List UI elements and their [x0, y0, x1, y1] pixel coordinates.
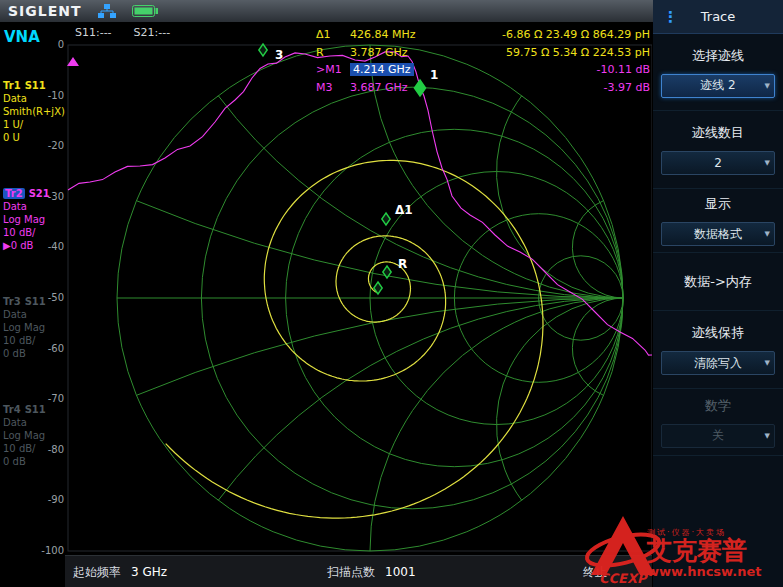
svg-text:-50: -50 — [48, 292, 64, 303]
svg-text:-60: -60 — [48, 343, 64, 354]
menu-dropdown-trace-hold[interactable]: 清除写入▼ — [661, 351, 775, 375]
marker-frequency: 3.687 GHz — [350, 81, 408, 94]
chevron-down-icon: ▼ — [765, 359, 770, 367]
marker-name: R — [316, 46, 348, 59]
menu-dots-icon[interactable]: ⋮ — [663, 8, 678, 26]
marker-readout-row: >M14.214 GHz-10.11 dB — [316, 61, 650, 79]
chevron-down-icon: ▼ — [765, 432, 770, 440]
sweep-points-label: 扫描点数 — [327, 565, 375, 579]
marker-frequency: 3.787 GHz — [350, 46, 408, 59]
marker-diamond[interactable] — [382, 213, 390, 225]
menu-dropdown-select-trace[interactable]: 迹线 2▼ — [661, 74, 775, 98]
chevron-down-icon: ▼ — [765, 230, 770, 238]
trace-id: Tr1 — [3, 80, 21, 91]
watermark-text: 测试·仪器·大卖场 艾克赛普 www.hncsw.net — [647, 527, 762, 585]
marker-frequency[interactable]: 4.214 GHz — [350, 63, 414, 76]
start-freq-value[interactable]: 3 GHz — [131, 565, 167, 579]
marker-readouts: Δ1426.84 MHz-6.86 Ω 23.49 Ω 864.29 pHR3.… — [316, 26, 650, 96]
start-frequency: 起始频率3 GHz — [73, 564, 167, 581]
marker-name: >M1 — [316, 63, 348, 76]
watermark: CCEXP 测试·仪器·大卖场 艾克赛普 www.hncsw.net — [583, 509, 781, 585]
marker-value: -3.97 dB — [604, 81, 651, 94]
menu-label-select-trace: 选择迹线 — [653, 47, 783, 65]
menu-label-display: 显示 — [653, 195, 783, 213]
svg-text:-80: -80 — [48, 444, 64, 455]
marker-label: 3 — [275, 48, 283, 62]
panel-menu: 选择迹线迹线 2▼迹线数目2▼显示数据格式▼数据->内存迹线保持清除写入▼数学关… — [653, 34, 783, 456]
channel-s21: S21:--- — [134, 26, 171, 39]
right-panel: ⋮ Trace 选择迹线迹线 2▼迹线数目2▼显示数据格式▼数据->内存迹线保持… — [653, 0, 783, 587]
dropdown-value: 迹线 2 — [700, 77, 735, 94]
trace-id: Tr4 — [3, 404, 21, 415]
marker-frequency: 426.84 MHz — [350, 28, 416, 41]
marker-readout-row: M33.687 GHz-3.97 dB — [316, 79, 650, 97]
marker-name: Δ1 — [316, 28, 348, 41]
vna-screen: SIGLENT VNA Tr1S11DataSmith(R+jX)1 U/0 U… — [0, 0, 783, 587]
dropdown-value: 关 — [712, 427, 724, 444]
dropdown-value: 数据格式 — [694, 226, 742, 243]
svg-text:-40: -40 — [48, 241, 64, 252]
marker-value: -10.11 dB — [597, 63, 651, 76]
marker-label: Δ1 — [395, 203, 413, 217]
plot-area: 0-10-20-30-40-50-60-70-80-90-10031Δ1R S1… — [40, 22, 652, 555]
menu-item-trace-count: 迹线数目2▼ — [653, 111, 783, 189]
panel-title: Trace — [701, 9, 736, 24]
y-axis-labels: 0-10-20-30-40-50-60-70-80-90-100 — [41, 39, 64, 555]
marker-diamond[interactable] — [374, 282, 382, 294]
menu-label-math: 数学 — [653, 397, 783, 415]
menu-item-trace-hold: 迹线保持清除写入▼ — [653, 311, 783, 389]
top-bar: SIGLENT — [0, 0, 653, 22]
trace-s11-smith — [166, 160, 543, 518]
trace-id: Tr3 — [3, 296, 21, 307]
menu-item-math: 数学关▼ — [653, 389, 783, 456]
menu-item-select-trace: 选择迹线迹线 2▼ — [653, 34, 783, 111]
menu-dropdown-math[interactable]: 关▼ — [661, 424, 775, 448]
menu-label-trace-count: 迹线数目 — [653, 124, 783, 142]
ccexp-logo-text: CCEXP — [599, 571, 648, 586]
svg-text:-10: -10 — [48, 90, 64, 101]
plot-svg: 0-10-20-30-40-50-60-70-80-90-10031Δ1R — [40, 22, 652, 555]
marker-value: -6.86 Ω 23.49 Ω 864.29 pH — [502, 28, 650, 41]
menu-item-display: 显示数据格式▼ — [653, 189, 783, 253]
svg-text:-100: -100 — [41, 545, 64, 555]
dropdown-value: 2 — [714, 156, 722, 170]
chevron-down-icon: ▼ — [765, 82, 770, 90]
channel-s11: S11:--- — [75, 26, 112, 39]
trace-id: Tr2 — [3, 188, 25, 199]
panel-header: ⋮ Trace — [653, 0, 783, 34]
marker-name: M3 — [316, 81, 348, 94]
marker-readout-row: Δ1426.84 MHz-6.86 Ω 23.49 Ω 864.29 pH — [316, 26, 650, 44]
svg-text:0: 0 — [58, 39, 64, 50]
smith-chart-grid — [117, 45, 623, 551]
dropdown-value: 清除写入 — [694, 355, 742, 372]
marker-value: 59.75 Ω 5.34 Ω 224.53 pH — [506, 46, 650, 59]
menu-label-data-to-memory: 数据->内存 — [653, 273, 783, 291]
sweep-points: 扫描点数1001 — [327, 564, 416, 581]
status-bar: 起始频率3 GHz 扫描点数1001 终止 — [65, 555, 652, 587]
menu-dropdown-display[interactable]: 数据格式▼ — [661, 222, 775, 246]
svg-text:-30: -30 — [48, 191, 64, 202]
siglent-logo: SIGLENT — [8, 3, 82, 19]
marker-diamond[interactable] — [259, 44, 267, 56]
menu-label-trace-hold: 迹线保持 — [653, 324, 783, 342]
watermark-url: www.hncsw.net — [647, 564, 762, 579]
watermark-brand: 艾克赛普 — [647, 538, 762, 564]
menu-item-data-to-memory[interactable]: 数据->内存 — [653, 253, 783, 311]
sweep-points-value[interactable]: 1001 — [385, 565, 416, 579]
trace-s21-logmag — [68, 52, 652, 355]
start-freq-label: 起始频率 — [73, 565, 121, 579]
svg-text:-20: -20 — [48, 140, 64, 151]
marker-readout-row: R3.787 GHz59.75 Ω 5.34 Ω 224.53 pH — [316, 44, 650, 62]
trace2-ref-marker — [67, 57, 79, 66]
menu-dropdown-trace-count[interactable]: 2▼ — [661, 151, 775, 175]
svg-text:-70: -70 — [48, 393, 64, 404]
svg-text:-90: -90 — [48, 494, 64, 505]
chevron-down-icon: ▼ — [765, 159, 770, 167]
channel-labels: S11:--- S21:--- — [75, 26, 170, 39]
network-icon — [98, 4, 116, 18]
marker-label: R — [398, 257, 407, 271]
battery-icon — [132, 5, 159, 17]
